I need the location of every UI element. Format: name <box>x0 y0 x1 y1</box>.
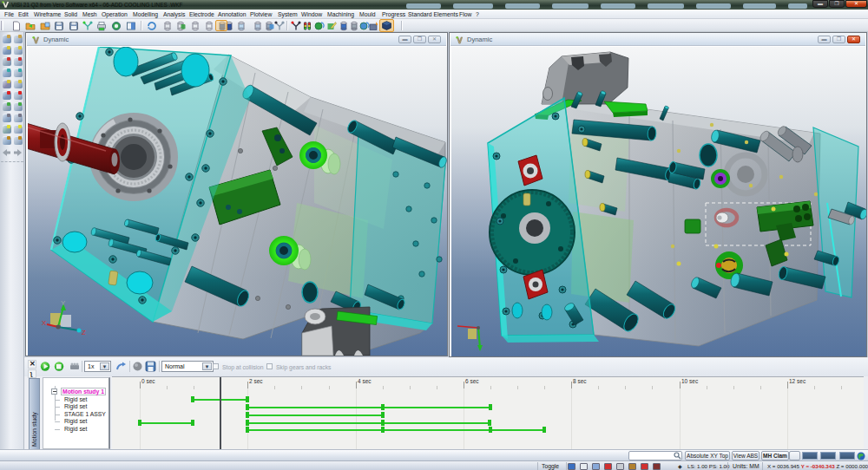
svg-text:X: X <box>42 319 47 327</box>
svg-text:Y: Y <box>61 299 66 307</box>
svg-text:Z: Z <box>82 329 86 336</box>
